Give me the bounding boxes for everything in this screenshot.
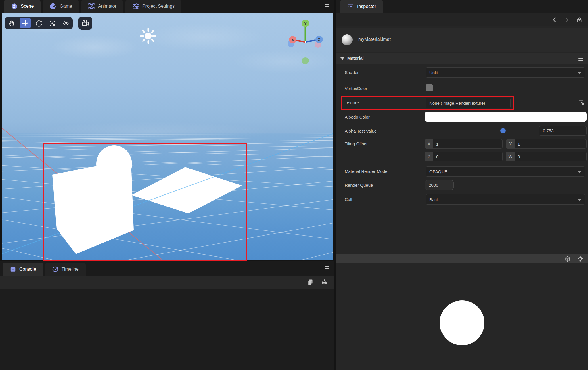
alpha-test-value-field[interactable]: 0.753 [539,126,587,136]
tiling-z-input[interactable]: 0 [433,152,503,161]
history-forward-icon[interactable] [563,16,570,23]
scale-tool-button[interactable] [47,18,58,28]
vertex-color-label: VertexColor [345,86,367,91]
inspector-nav-row [336,13,588,26]
history-back-icon[interactable] [551,16,558,23]
alpha-test-slider-track[interactable] [426,131,533,131]
tiling-w-group: W 0 [506,152,587,161]
shader-dropdown[interactable]: Unlit [426,67,585,78]
animator-icon [88,3,95,10]
render-mode-dropdown[interactable]: OPAQUE [426,166,585,177]
rect-transform-icon [62,20,70,27]
cull-label: Cull [345,197,352,202]
shader-label: Shader [345,70,359,75]
gizmo-z-label: Z [318,37,320,42]
render-queue-label: Render Queue [345,183,373,188]
inspector-tabbar: Inspector [336,0,588,13]
move-icon [22,20,29,27]
hand-icon [8,20,16,27]
tiling-y-value: 1 [518,142,520,146]
tab-console-label: Console [19,267,36,272]
tab-animator[interactable]: Animator [81,0,123,13]
clear-broom-icon[interactable] [321,279,328,286]
rect-tool-button[interactable] [60,18,72,28]
scene-panel-menu-icon[interactable] [324,3,330,9]
camera-icon [81,19,89,27]
tab-inspector[interactable]: Inspector [340,0,383,13]
asset-picker-icon [578,99,585,106]
cull-dropdown[interactable]: Back [426,194,585,205]
material-section-title: Material [347,56,364,60]
render-queue-field[interactable]: 2000 [425,180,454,190]
sun-light-gizmo[interactable] [140,28,156,44]
camera-preview-button[interactable] [78,17,92,30]
collapse-caret-icon[interactable] [340,57,344,60]
tab-animator-label: Animator [98,4,116,9]
asset-name: myMaterial.lmat [358,37,391,42]
console-toolbar [0,276,334,289]
lock-icon[interactable] [576,16,583,23]
albedo-color-swatch[interactable] [425,112,587,122]
shader-value: Unlit [429,70,438,75]
scene-tabbar: Scene Game Animator Project S [0,0,334,13]
bottom-tabbar: Console Timeline [0,261,334,276]
rotate-tool-button[interactable] [33,18,45,28]
material-section-header[interactable]: Material [336,53,588,64]
tab-project-settings[interactable]: Project Settings [125,0,181,13]
albedo-color-label: Albedo Color [345,115,370,119]
tab-scene[interactable]: Scene [4,0,41,13]
gizmo-center-dot [305,41,306,43]
material-menu-icon[interactable] [578,56,583,61]
tiling-x-input[interactable]: 1 [433,139,503,149]
texture-label: Texture [345,100,359,105]
texture-picker-button[interactable] [577,99,585,107]
orientation-gizmo[interactable]: Y X Z [277,17,333,69]
bottom-panel: Console Timeline [0,261,334,370]
console-output-area[interactable] [0,289,334,370]
tiling-x-prefix: X [425,139,433,149]
preview-light-bulb-icon[interactable] [577,256,583,262]
vertex-color-checkbox[interactable] [426,84,433,91]
scene-icon [11,3,18,10]
hand-tool-button[interactable] [6,18,18,28]
tab-timeline-label: Timeline [62,267,79,272]
tiling-y-prefix: Y [506,139,515,149]
tab-game[interactable]: Game [43,0,79,13]
tiling-offset-label: Tiling Offset [345,141,367,146]
alpha-test-value: 0.753 [543,128,554,133]
tiling-x-group: X 1 [425,139,503,149]
gizmo-neg-y-ball[interactable] [302,57,309,64]
tiling-y-input[interactable]: 1 [515,139,587,149]
alpha-test-slider-thumb[interactable] [500,128,506,133]
tiling-y-group: Y 1 [506,139,587,149]
cull-value: Back [429,197,439,202]
render-mode-value: OPAQUE [429,169,447,174]
move-tool-button[interactable] [20,18,31,28]
material-preview-area[interactable] [336,263,588,370]
gizmo-x-label: X [292,38,294,42]
editor-window: Scene Game Animator Project S [0,0,588,370]
preview-mesh-cube-icon[interactable] [564,256,571,262]
inspector-icon [347,3,354,10]
scale-icon [49,20,56,27]
tab-timeline[interactable]: Timeline [45,263,86,276]
cube-mesh[interactable] [52,165,134,254]
gizmo-y-label: Y [304,21,307,26]
texture-value: None (Image,RenderTexture) [429,101,485,106]
scene-viewport[interactable]: Y X Z [2,13,333,260]
material-thumbnail [342,34,353,45]
transform-toolbar [5,17,73,29]
tab-inspector-label: Inspector [357,4,376,9]
tiling-w-input[interactable]: 0 [515,152,587,161]
project-settings-icon [132,3,139,10]
tab-console[interactable]: Console [3,263,43,276]
tab-game-label: Game [60,4,72,9]
render-mode-label: Material Render Mode [345,169,387,174]
copy-icon[interactable] [307,279,314,286]
rotate-icon [35,20,43,27]
preview-toolbar [336,254,588,263]
texture-field[interactable]: None (Image,RenderTexture) [426,98,511,108]
console-panel-menu-icon[interactable] [324,264,330,269]
tiling-w-value: 0 [518,154,520,159]
tiling-w-prefix: W [506,152,515,161]
